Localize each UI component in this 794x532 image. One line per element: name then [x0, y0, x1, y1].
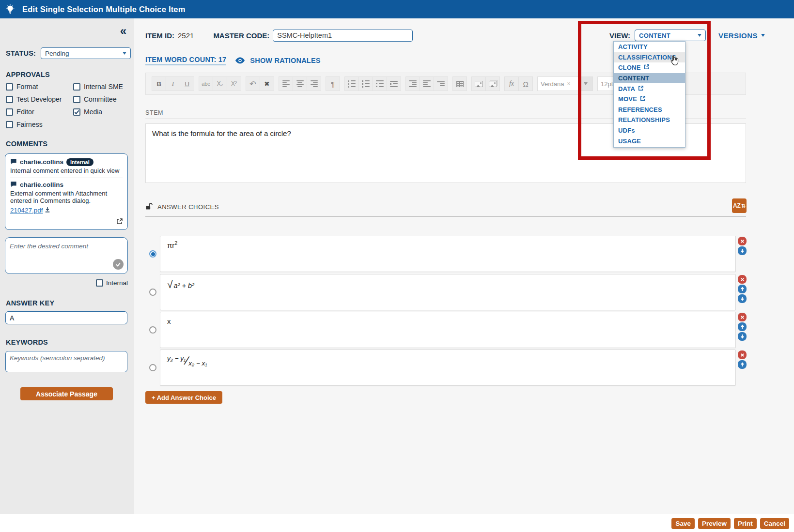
- outdent-button[interactable]: [420, 76, 434, 91]
- view-select[interactable]: CONTENT: [635, 30, 706, 41]
- move-answer-down-button[interactable]: [738, 246, 747, 255]
- special-character-button[interactable]: Ω: [518, 76, 533, 91]
- insert-image-button[interactable]: [471, 76, 486, 91]
- indent-button[interactable]: [405, 76, 420, 91]
- comment-input[interactable]: Enter the desired comment: [5, 237, 128, 274]
- bullet-list-button[interactable]: [344, 76, 359, 91]
- delete-answer-button[interactable]: [738, 237, 747, 245]
- bullet-list-icon: [348, 80, 356, 88]
- approval-checkbox-format[interactable]: Format: [6, 83, 73, 91]
- delete-answer-button[interactable]: [738, 275, 747, 284]
- view-menu-item-udfs[interactable]: UDFs: [614, 125, 685, 136]
- answer-radio[interactable]: [149, 289, 156, 296]
- table-icon: [456, 81, 464, 87]
- view-menu-item-data[interactable]: DATA: [614, 83, 685, 94]
- checkbox-icon[interactable]: [6, 108, 13, 116]
- view-menu-item-clone[interactable]: CLONE: [614, 62, 685, 73]
- comment-entry: charlie.collins Internal Internal commen…: [10, 158, 123, 175]
- answer-radio[interactable]: [149, 364, 156, 371]
- status-select[interactable]: Pending: [41, 47, 131, 59]
- align-right-button[interactable]: [307, 76, 321, 91]
- cancel-button[interactable]: Cancel: [760, 518, 789, 529]
- underline-button[interactable]: U: [180, 76, 194, 91]
- checkbox-icon[interactable]: [73, 83, 80, 91]
- font-family-dropdown-button[interactable]: [578, 76, 593, 91]
- definition-list-button[interactable]: [373, 76, 387, 91]
- numbered-list-button[interactable]: [358, 76, 373, 91]
- formula-button[interactable]: fx: [504, 76, 519, 91]
- answer-editor[interactable]: x: [160, 312, 736, 348]
- move-answer-up-button[interactable]: [738, 360, 747, 369]
- align-center-button[interactable]: [293, 76, 307, 91]
- sort-arrows-icon: ⇅: [741, 203, 746, 209]
- eye-icon[interactable]: [235, 57, 245, 64]
- approval-checkbox-test-developer[interactable]: Test Developer: [6, 95, 73, 103]
- font-family-select[interactable]: Verdana ×: [537, 76, 579, 91]
- sort-answers-button[interactable]: AZ ⇅: [732, 198, 747, 213]
- associate-passage-button[interactable]: Associate Passage: [20, 387, 113, 400]
- answer-editor[interactable]: √a² + b²: [160, 274, 736, 310]
- align-left-icon: [282, 80, 290, 87]
- preview-button[interactable]: Preview: [698, 518, 731, 529]
- approval-checkbox-editor[interactable]: Editor: [6, 108, 73, 116]
- numbered-list-icon: [362, 80, 370, 88]
- list-style-button[interactable]: [387, 76, 401, 91]
- checkbox-icon[interactable]: [6, 83, 13, 91]
- print-button[interactable]: Print: [734, 518, 757, 529]
- answer-key-input[interactable]: [5, 311, 127, 324]
- delete-answer-button[interactable]: [738, 350, 747, 359]
- view-menu-item-content[interactable]: CONTENT: [614, 73, 685, 84]
- download-icon[interactable]: [45, 207, 50, 214]
- line-indent-button[interactable]: [434, 76, 448, 91]
- italic-button[interactable]: I: [166, 76, 180, 91]
- item-word-count-link[interactable]: ITEM WORD COUNT: 17: [145, 56, 226, 65]
- chat-bubble-icon: [10, 181, 17, 189]
- move-answer-down-button[interactable]: [738, 332, 747, 341]
- open-comments-dialog-icon[interactable]: [116, 218, 123, 226]
- answer-radio[interactable]: [149, 250, 156, 258]
- checkbox-icon[interactable]: [6, 121, 13, 128]
- answer-editor[interactable]: πr2: [160, 236, 736, 272]
- approval-checkbox-internal-sme[interactable]: Internal SME: [73, 83, 130, 91]
- clear-font-icon[interactable]: ×: [567, 80, 570, 87]
- move-answer-down-button[interactable]: [738, 294, 747, 303]
- keywords-input[interactable]: [5, 351, 127, 372]
- checkbox-icon[interactable]: [73, 108, 80, 116]
- approval-checkbox-committee[interactable]: Committee: [73, 95, 130, 103]
- insert-table-button[interactable]: [452, 76, 467, 91]
- save-button[interactable]: Save: [671, 518, 695, 529]
- view-menu-item-move[interactable]: MOVE: [614, 94, 685, 105]
- show-rationales-button[interactable]: SHOW RATIONALES: [250, 57, 320, 64]
- strikethrough-button[interactable]: abc: [199, 76, 213, 91]
- checkbox-icon[interactable]: [6, 96, 13, 103]
- paragraph-marks-button[interactable]: ¶: [326, 76, 340, 91]
- view-menu-item-classifications[interactable]: CLASSIFICATIONS: [614, 52, 685, 63]
- move-answer-up-button[interactable]: [738, 322, 747, 331]
- undo-button[interactable]: ↶: [246, 76, 260, 91]
- image-manager-button[interactable]: [485, 76, 500, 91]
- view-menu-item-relationships[interactable]: RELATIONSHIPS: [614, 115, 685, 125]
- checkbox-icon[interactable]: [73, 96, 80, 103]
- view-menu-item-references[interactable]: REFERENCES: [614, 105, 685, 115]
- approval-checkbox-fairness[interactable]: Fairness: [6, 121, 73, 128]
- submit-comment-button[interactable]: [113, 259, 124, 270]
- checkbox-icon[interactable]: [96, 279, 103, 287]
- add-answer-choice-button[interactable]: + Add Answer Choice: [145, 391, 222, 404]
- view-menu-item-usage[interactable]: USAGE: [614, 136, 685, 146]
- bold-button[interactable]: B: [152, 76, 166, 91]
- answer-radio[interactable]: [149, 326, 156, 334]
- versions-menu-button[interactable]: VERSIONS: [718, 31, 765, 40]
- sidebar-collapse-icon[interactable]: «: [120, 25, 126, 37]
- delete-answer-button[interactable]: [738, 313, 747, 321]
- move-answer-up-button[interactable]: [738, 285, 747, 293]
- master-code-input[interactable]: [273, 30, 413, 42]
- subscript-button[interactable]: X₂: [213, 76, 227, 91]
- view-menu-item-activity[interactable]: ACTIVITY: [614, 42, 685, 52]
- approval-checkbox-media[interactable]: Media: [73, 108, 130, 116]
- superscript-button[interactable]: X²: [227, 76, 241, 91]
- attachment-link[interactable]: 210427.pdf: [10, 207, 43, 214]
- align-left-button[interactable]: [279, 76, 293, 91]
- remove-format-button[interactable]: ✖: [260, 76, 274, 91]
- answer-editor[interactable]: y₂ − y₁∕x₂ − x₁: [160, 350, 736, 386]
- internal-comment-checkbox[interactable]: Internal: [96, 279, 128, 287]
